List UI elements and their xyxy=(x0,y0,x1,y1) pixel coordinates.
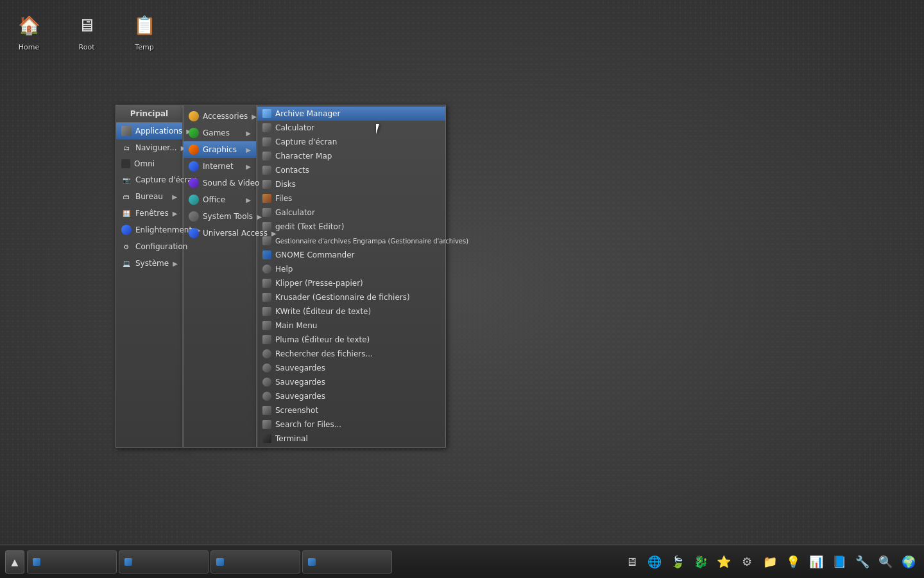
omni-label: Omni xyxy=(134,159,177,168)
app-item-gnome-commander[interactable]: GNOME Commander xyxy=(257,248,445,262)
tray-dragon-icon[interactable]: 🐉 xyxy=(690,550,711,574)
app-item-files[interactable]: Files xyxy=(257,191,445,206)
app-item-help[interactable]: Help xyxy=(257,262,445,276)
tray-network-icon[interactable]: 🌐 xyxy=(644,550,665,574)
principal-header: Principal xyxy=(116,105,182,123)
accessories-icon xyxy=(189,111,199,121)
games-arrow: ▶ xyxy=(246,130,251,137)
disks-label: Disks xyxy=(275,180,440,189)
taskbar-app-1[interactable] xyxy=(27,550,117,574)
app-item-disks[interactable]: Disks xyxy=(257,177,445,191)
accessories-label: Accessories xyxy=(203,112,248,121)
app-item-screenshot[interactable]: Screenshot xyxy=(257,403,445,417)
app-item-rechercher[interactable]: Rechercher des fichiers... xyxy=(257,347,445,361)
help-icon xyxy=(262,265,271,274)
tray-green-icon[interactable]: 🍃 xyxy=(667,550,688,574)
calculator-label: Calculator xyxy=(275,123,440,132)
app-item-klipper[interactable]: Klipper (Presse-papier) xyxy=(257,276,445,290)
app-item-capture[interactable]: Capture d'écran xyxy=(257,135,445,149)
taskbar: ▲ 🖥 🌐 🍃 🐉 ⭐ ⚙ 📁 💡 📊 📘 🔧 🔍 🌍 xyxy=(0,545,924,578)
submenu-item-office[interactable]: Office ▶ xyxy=(184,191,256,208)
sidebar-item-systeme[interactable]: 💻 Système ▶ xyxy=(116,255,182,272)
root-label: Root xyxy=(79,43,95,51)
gnome-commander-icon xyxy=(262,250,271,259)
submenu-item-accessories[interactable]: Accessories ▶ xyxy=(184,108,256,125)
tray-files-icon[interactable]: 📁 xyxy=(760,550,780,574)
tray-blue-icon[interactable]: 📘 xyxy=(829,550,850,574)
sidebar-item-naviguer[interactable]: 🗂 Naviguer... ▶ xyxy=(116,139,182,156)
sidebar-item-fenetres[interactable]: 🪟 Fenêtres ▶ xyxy=(116,205,182,222)
submenu-item-games[interactable]: Games ▶ xyxy=(184,125,256,141)
search-files-label: Search for Files... xyxy=(275,420,440,429)
taskbar-app-2[interactable] xyxy=(119,550,209,574)
app-item-contacts[interactable]: Contacts xyxy=(257,163,445,177)
naviguer-label: Naviguer... xyxy=(135,143,177,152)
app-item-archive-manager[interactable]: Archive Manager xyxy=(257,107,445,121)
submenu-item-graphics[interactable]: Graphics ▶ xyxy=(184,141,256,158)
desktop-icons: 🏠 Home 🖥 Root 📋 Temp xyxy=(6,6,167,55)
app-item-sauvegardes-1[interactable]: Sauvegardes xyxy=(257,361,445,375)
submenu-item-internet[interactable]: Internet ▶ xyxy=(184,158,256,175)
home-icon[interactable]: 🏠 Home xyxy=(6,6,51,55)
tray-yellow-icon[interactable]: ⭐ xyxy=(714,550,734,574)
pluma-icon xyxy=(262,335,271,344)
universal-icon xyxy=(189,228,199,238)
graphics-label: Graphics xyxy=(203,145,242,154)
temp-icon[interactable]: 📋 Temp xyxy=(122,6,167,55)
gestionnaire-label: Gestionnaire d'archives Engrampa (Gestio… xyxy=(275,238,468,245)
taskbar-start-button[interactable]: ▲ xyxy=(5,550,24,574)
office-icon xyxy=(189,195,199,205)
taskbar-app-3[interactable] xyxy=(210,550,300,574)
contacts-icon xyxy=(262,166,271,175)
sidebar-item-omni[interactable]: Omni xyxy=(116,156,182,171)
submenu-item-sound-video[interactable]: Sound & Video ▶ xyxy=(184,175,256,191)
taskbar-app-4[interactable] xyxy=(302,550,392,574)
systeme-arrow: ▶ xyxy=(173,260,178,267)
office-label: Office xyxy=(203,195,242,204)
app-item-krusader[interactable]: Krusader (Gestionnaire de fichiers) xyxy=(257,290,445,304)
sidebar-item-bureau[interactable]: 🗃 Bureau ▶ xyxy=(116,188,182,205)
krusader-icon xyxy=(262,293,271,302)
app-item-gestionnaire[interactable]: Gestionnaire d'archives Engrampa (Gestio… xyxy=(257,234,445,248)
calculator-icon xyxy=(262,123,271,132)
app-item-main-menu[interactable]: Main Menu xyxy=(257,319,445,333)
tray-search-icon[interactable]: 🔍 xyxy=(875,550,896,574)
tray-terminal-icon[interactable]: 🖥 xyxy=(621,550,642,574)
tray-flag-icon[interactable]: 🌍 xyxy=(898,550,919,574)
app-4-icon xyxy=(308,558,316,566)
app-item-sauvegardes-3[interactable]: Sauvegardes xyxy=(257,389,445,403)
main-menu-label: Main Menu xyxy=(275,321,440,330)
sauvegardes-2-icon xyxy=(262,378,271,387)
graphics-icon xyxy=(189,144,199,155)
submenu-item-universal[interactable]: Universal Access ▶ xyxy=(184,225,256,241)
sidebar-item-applications[interactable]: Applications ▶ xyxy=(116,123,182,139)
tray-gauge-icon[interactable]: 📊 xyxy=(806,550,826,574)
klipper-label: Klipper (Presse-papier) xyxy=(275,279,440,288)
app-item-kwrite[interactable]: KWrite (Éditeur de texte) xyxy=(257,304,445,319)
app-item-galculator[interactable]: Galculator xyxy=(257,206,445,220)
app-item-search-files[interactable]: Search for Files... xyxy=(257,417,445,432)
archive-manager-label: Archive Manager xyxy=(275,109,440,118)
sidebar-item-configuration[interactable]: ⚙ Configuration xyxy=(116,238,182,255)
app-item-pluma[interactable]: Pluma (Éditeur de texte) xyxy=(257,333,445,347)
games-icon xyxy=(189,128,199,138)
games-label: Games xyxy=(203,128,242,137)
bureau-icon: 🗃 xyxy=(121,191,132,202)
apps-submenu-panel: Accessories ▶ Games ▶ Graphics ▶ Interne… xyxy=(183,105,257,448)
app-item-calculator[interactable]: Calculator xyxy=(257,121,445,135)
sidebar-item-enlightenment[interactable]: Enlightenment ▶ xyxy=(116,222,182,238)
app-item-terminal[interactable]: Terminal xyxy=(257,432,445,446)
sauvegardes-1-label: Sauvegardes xyxy=(275,363,440,372)
sidebar-item-capture[interactable]: 📷 Capture d'écran xyxy=(116,171,182,188)
root-icon[interactable]: 🖥 Root xyxy=(64,6,109,55)
app-item-gedit[interactable]: gedit (Text Editor) xyxy=(257,220,445,234)
app-item-character-map[interactable]: Character Map xyxy=(257,149,445,163)
tray-gear-icon[interactable]: ⚙ xyxy=(737,550,757,574)
app-item-sauvegardes-2[interactable]: Sauvegardes xyxy=(257,375,445,389)
screenshot-label: Screenshot xyxy=(275,406,440,415)
capture-ecran-label: Capture d'écran xyxy=(275,137,440,146)
gedit-icon xyxy=(262,222,271,231)
submenu-item-system-tools[interactable]: System Tools ▶ xyxy=(184,208,256,225)
tray-light-icon[interactable]: 💡 xyxy=(783,550,803,574)
tray-settings-icon[interactable]: 🔧 xyxy=(852,550,873,574)
